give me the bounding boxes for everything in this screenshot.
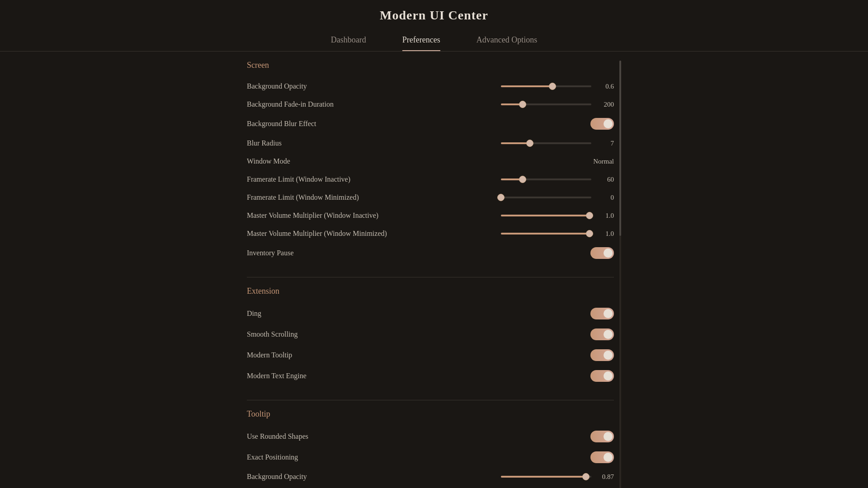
label-blur-radius: Blur Radius [247, 139, 282, 147]
value-master-volume-minimized: 1.0 [598, 230, 614, 238]
toggle-use-rounded-shapes[interactable] [590, 431, 614, 442]
control-framerate-minimized: 0 [501, 194, 614, 202]
toggle-exact-positioning[interactable] [590, 451, 614, 463]
divider-screen-extension [247, 277, 614, 277]
setting-use-rounded-shapes: Use Rounded Shapes [247, 426, 614, 447]
section-title-tooltip: Tooltip [247, 409, 614, 419]
setting-background-opacity: Background Opacity 0.6 [247, 77, 614, 95]
toggle-background-blur[interactable] [590, 118, 614, 130]
toggle-inventory-pause[interactable] [590, 247, 614, 259]
control-use-rounded-shapes [590, 431, 614, 442]
control-modern-text-engine [590, 370, 614, 382]
toggle-modern-text-engine[interactable] [590, 370, 614, 382]
setting-exact-positioning: Exact Positioning [247, 447, 614, 468]
scrollbar-track [619, 61, 621, 488]
setting-modern-tooltip: Modern Tooltip [247, 345, 614, 366]
control-blur-radius: 7 [501, 140, 614, 147]
value-window-mode: Normal [593, 158, 614, 165]
setting-fade-in-duration: Background Fade-in Duration 200 [247, 95, 614, 113]
section-extension: Extension Ding Smooth Scrolling [247, 286, 614, 386]
control-master-volume-minimized: 1.0 [501, 230, 614, 238]
settings-panel[interactable]: Screen Background Opacity 0.6 Background… [247, 61, 618, 481]
label-background-blur: Background Blur Effect [247, 120, 316, 128]
control-smooth-scrolling [590, 328, 614, 340]
value-framerate-minimized: 0 [598, 194, 614, 202]
value-master-volume-inactive: 1.0 [598, 212, 614, 220]
control-modern-tooltip [590, 349, 614, 361]
slider-framerate-inactive[interactable] [501, 178, 591, 180]
main-content: Screen Background Opacity 0.6 Background… [0, 52, 868, 488]
toggle-modern-tooltip[interactable] [590, 349, 614, 361]
setting-master-volume-minimized: Master Volume Multiplier (Window Minimiz… [247, 225, 614, 243]
value-background-opacity: 0.6 [598, 83, 614, 90]
tab-dashboard[interactable]: Dashboard [331, 35, 366, 51]
label-ding: Ding [247, 310, 261, 318]
label-background-opacity: Background Opacity [247, 82, 307, 90]
setting-background-blur: Background Blur Effect [247, 113, 614, 134]
value-blur-radius: 7 [598, 140, 614, 147]
control-background-opacity: 0.6 [501, 83, 614, 90]
label-smooth-scrolling: Smooth Scrolling [247, 330, 297, 338]
control-background-blur [590, 118, 614, 130]
tab-advanced-options[interactable]: Advanced Options [476, 35, 537, 51]
control-master-volume-inactive: 1.0 [501, 212, 614, 220]
control-ding [590, 308, 614, 319]
setting-smooth-scrolling: Smooth Scrolling [247, 324, 614, 345]
control-tooltip-background-opacity: 0.87 [501, 473, 614, 481]
toggle-ding[interactable] [590, 308, 614, 319]
label-modern-tooltip: Modern Tooltip [247, 351, 292, 359]
toggle-knob-smooth-scrolling [604, 330, 613, 339]
label-fade-in-duration: Background Fade-in Duration [247, 100, 334, 108]
control-inventory-pause [590, 247, 614, 259]
slider-blur-radius[interactable] [501, 142, 591, 144]
setting-framerate-inactive: Framerate Limit (Window Inactive) 60 [247, 170, 614, 188]
label-framerate-minimized: Framerate Limit (Window Minimized) [247, 193, 359, 202]
scrollbar-thumb[interactable] [619, 61, 621, 236]
section-title-screen: Screen [247, 61, 614, 70]
setting-framerate-minimized: Framerate Limit (Window Minimized) 0 [247, 188, 614, 206]
control-window-mode: Normal [593, 158, 614, 165]
setting-master-volume-inactive: Master Volume Multiplier (Window Inactiv… [247, 206, 614, 225]
setting-blur-radius: Blur Radius 7 [247, 134, 614, 152]
toggle-knob-ding [604, 309, 613, 318]
control-framerate-inactive: 60 [501, 176, 614, 183]
label-framerate-inactive: Framerate Limit (Window Inactive) [247, 175, 350, 183]
value-fade-in-duration: 200 [598, 101, 614, 108]
slider-master-volume-minimized[interactable] [501, 233, 591, 235]
toggle-knob-inventory-pause [604, 249, 613, 258]
toggle-knob-modern-text-engine [604, 371, 613, 380]
label-tooltip-background-opacity: Background Opacity [247, 473, 307, 481]
section-tooltip: Tooltip Use Rounded Shapes Exact Positio… [247, 409, 614, 481]
tab-preferences[interactable]: Preferences [402, 35, 440, 51]
value-framerate-inactive: 60 [598, 176, 614, 183]
control-fade-in-duration: 200 [501, 101, 614, 108]
label-window-mode: Window Mode [247, 157, 290, 165]
setting-tooltip-background-opacity: Background Opacity 0.87 [247, 468, 614, 481]
value-tooltip-background-opacity: 0.87 [598, 473, 614, 481]
tab-bar: Dashboard Preferences Advanced Options [0, 30, 868, 51]
setting-window-mode: Window Mode Normal [247, 152, 614, 170]
toggle-knob-use-rounded-shapes [604, 432, 613, 441]
setting-ding: Ding [247, 303, 614, 324]
label-master-volume-minimized: Master Volume Multiplier (Window Minimiz… [247, 230, 387, 238]
toggle-knob-exact-positioning [604, 453, 613, 462]
app-title: Modern UI Center [0, 8, 868, 30]
toggle-knob-modern-tooltip [604, 351, 613, 360]
slider-fade-in-duration[interactable] [501, 103, 591, 105]
setting-modern-text-engine: Modern Text Engine [247, 366, 614, 386]
toggle-smooth-scrolling[interactable] [590, 328, 614, 340]
divider-extension-tooltip [247, 400, 614, 400]
toggle-knob-background-blur [604, 119, 613, 128]
app-header: Modern UI Center Dashboard Preferences A… [0, 0, 868, 52]
slider-framerate-minimized[interactable] [501, 197, 591, 198]
label-master-volume-inactive: Master Volume Multiplier (Window Inactiv… [247, 211, 378, 220]
slider-master-volume-inactive[interactable] [501, 215, 591, 216]
setting-inventory-pause: Inventory Pause [247, 243, 614, 263]
slider-background-opacity[interactable] [501, 85, 591, 87]
slider-tooltip-background-opacity[interactable] [501, 476, 591, 478]
section-screen: Screen Background Opacity 0.6 Background… [247, 61, 614, 263]
control-exact-positioning [590, 451, 614, 463]
section-title-extension: Extension [247, 286, 614, 296]
label-inventory-pause: Inventory Pause [247, 249, 294, 257]
label-exact-positioning: Exact Positioning [247, 453, 298, 461]
